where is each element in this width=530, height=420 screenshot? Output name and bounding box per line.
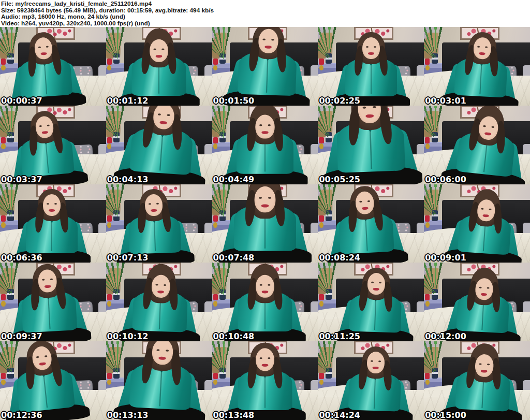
- video-thumbnail[interactable]: 00:06:00: [424, 106, 530, 184]
- timestamp-label: 00:01:12: [107, 96, 149, 106]
- red-ornament: [107, 294, 112, 300]
- person-figure: [112, 187, 197, 263]
- timestamp-label: 00:13:48: [213, 410, 255, 420]
- red-ornament: [425, 59, 430, 65]
- person-face: [256, 275, 274, 298]
- timestamp-label: 00:04:13: [107, 175, 149, 184]
- person-figure: [215, 184, 315, 263]
- red-ornament: [319, 59, 323, 65]
- person-figure: [438, 341, 528, 420]
- person-face: [255, 114, 274, 138]
- green-plant: [424, 184, 447, 216]
- red-ornament: [425, 137, 430, 143]
- video-thumbnail[interactable]: 00:07:13: [106, 184, 212, 263]
- timestamp-label: 00:09:01: [425, 253, 466, 263]
- timestamp-label: 00:07:48: [213, 253, 255, 263]
- video-thumbnail[interactable]: 00:10:12: [106, 263, 212, 341]
- red-ornament: [107, 373, 112, 379]
- person-figure: [110, 106, 212, 184]
- person-face: [367, 273, 385, 295]
- gold-ornament: [425, 380, 430, 385]
- timestamp-label: 00:03:37: [1, 175, 42, 184]
- red-ornament: [107, 59, 112, 65]
- video-info-line: Video: h264, yuv420p, 320x240, 1000.00 f…: [1, 20, 530, 27]
- video-thumbnail[interactable]: 00:13:48: [212, 341, 318, 420]
- video-thumbnail[interactable]: 00:01:50: [212, 27, 318, 106]
- file-info-header: File: myfreecams_lady_kristi_female_2511…: [0, 0, 530, 27]
- timestamp-label: 00:13:13: [107, 410, 149, 420]
- timestamp-label: 00:03:01: [425, 96, 466, 106]
- person-figure: [115, 27, 202, 105]
- timestamp-label: 00:01:50: [213, 96, 255, 106]
- video-thumbnail[interactable]: 00:01:12: [106, 27, 212, 106]
- red-ornament: [107, 215, 112, 222]
- person-face: [473, 37, 492, 60]
- person-figure: [2, 106, 91, 184]
- video-thumbnail[interactable]: 00:12:00: [424, 263, 530, 341]
- timestamp-label: 00:04:49: [213, 175, 255, 184]
- person-figure: [219, 106, 311, 184]
- video-thumbnail[interactable]: 00:14:24: [318, 341, 424, 420]
- person-figure: [438, 106, 530, 184]
- person-figure: [3, 263, 94, 341]
- person-figure: [440, 265, 527, 341]
- timestamp-label: 00:15:00: [425, 410, 466, 420]
- video-thumbnail[interactable]: 00:15:00: [424, 341, 530, 420]
- video-thumbnail[interactable]: 00:10:48: [212, 263, 318, 341]
- audio-info-line: Audio: mp3, 16000 Hz, mono, 24 kb/s (und…: [1, 13, 530, 20]
- video-thumbnail[interactable]: 00:08:24: [318, 184, 424, 263]
- person-figure: [1, 28, 89, 106]
- video-thumbnail[interactable]: 00:09:37: [0, 263, 106, 341]
- video-thumbnail[interactable]: 00:03:37: [0, 106, 106, 184]
- timestamp-label: 00:09:37: [1, 331, 42, 341]
- person-figure: [438, 29, 525, 106]
- video-thumbnail[interactable]: 00:06:36: [0, 184, 106, 263]
- person-figure: [332, 344, 418, 420]
- red-ornament: [319, 294, 323, 300]
- person-figure: [0, 341, 93, 420]
- person-figure: [333, 265, 418, 341]
- video-thumbnail[interactable]: 00:05:25: [318, 106, 424, 184]
- video-thumbnail[interactable]: 00:07:48: [212, 184, 318, 263]
- timestamp-label: 00:02:25: [319, 96, 360, 106]
- timestamp-label: 00:12:36: [1, 410, 42, 420]
- gold-ornament: [425, 65, 430, 71]
- timestamp-label: 00:07:13: [107, 253, 149, 263]
- video-thumbnail[interactable]: 00:13:13: [106, 341, 212, 420]
- person-figure: [321, 184, 411, 263]
- video-thumbnail[interactable]: 00:04:49: [212, 106, 318, 184]
- video-thumbnail[interactable]: 00:12:36: [0, 341, 106, 420]
- red-ornament: [319, 373, 323, 379]
- gold-ornament: [213, 301, 217, 307]
- timestamp-label: 00:00:37: [1, 96, 42, 106]
- gold-ornament: [319, 301, 323, 307]
- file-name-line: File: myfreecams_lady_kristi_female_2511…: [1, 1, 530, 7]
- person-figure: [115, 263, 205, 341]
- person-face: [255, 186, 276, 212]
- gold-ornament: [425, 301, 430, 307]
- video-thumbnail[interactable]: 00:02:25: [318, 27, 424, 106]
- timestamp-label: 00:06:00: [425, 175, 466, 184]
- person-figure: [110, 341, 212, 420]
- video-thumbnail[interactable]: 00:00:37: [0, 27, 106, 106]
- red-ornament: [213, 137, 218, 143]
- timestamp-label: 00:14:24: [319, 410, 360, 420]
- timestamp-label: 00:05:25: [319, 175, 360, 184]
- person-face: [258, 28, 279, 53]
- thumbnail-grid: 00:00:37 00:01:12: [0, 27, 530, 420]
- person-figure: [318, 106, 424, 184]
- video-thumbnail[interactable]: 00:03:01: [424, 27, 530, 106]
- person-figure: [10, 188, 93, 263]
- video-thumbnail[interactable]: 00:04:13: [106, 106, 212, 184]
- video-thumbnail[interactable]: 00:11:25: [318, 263, 424, 341]
- red-ornament: [107, 137, 112, 143]
- video-thumbnail[interactable]: 00:09:01: [424, 184, 530, 263]
- person-figure: [222, 263, 308, 341]
- red-ornament: [213, 59, 218, 65]
- red-ornament: [425, 373, 430, 379]
- person-figure: [219, 27, 315, 106]
- timestamp-label: 00:08:24: [319, 253, 360, 263]
- gold-ornament: [425, 143, 430, 149]
- timestamp-label: 00:10:12: [107, 331, 149, 341]
- person-figure: [222, 342, 308, 420]
